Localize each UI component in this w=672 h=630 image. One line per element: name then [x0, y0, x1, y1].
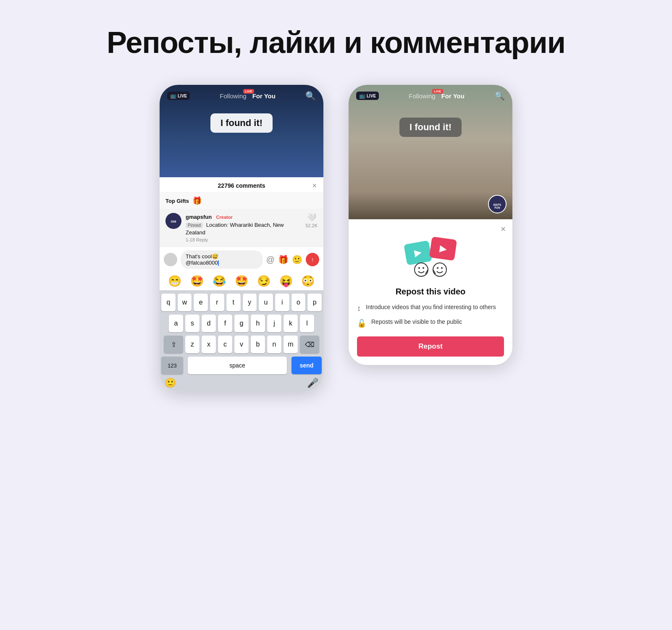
- key-i[interactable]: i: [275, 294, 289, 311]
- key-send[interactable]: send: [291, 357, 322, 374]
- comments-count: 22796 comments: [218, 182, 265, 189]
- repost-panel: × ▶ ▶: [349, 219, 512, 365]
- key-j[interactable]: j: [267, 315, 281, 332]
- comment-meta: 1-18 Reply: [186, 237, 301, 242]
- key-g[interactable]: g: [234, 315, 249, 332]
- phone-2: 📺 LIVE Following LIVE For You 🔍 I found …: [349, 85, 512, 365]
- key-q[interactable]: q: [161, 294, 176, 311]
- comments-header: 22796 comments ×: [160, 177, 323, 193]
- repost-play-right: ▶: [429, 236, 457, 261]
- key-x[interactable]: x: [202, 336, 216, 353]
- phone2-nav-center: Following LIVE For You: [409, 92, 465, 100]
- phone1-topbar: 📺 LIVE Following LIVE For You 🔍: [160, 85, 323, 101]
- phone1-following[interactable]: Following LIVE: [220, 92, 246, 100]
- key-a[interactable]: a: [169, 315, 183, 332]
- key-n[interactable]: n: [267, 336, 281, 353]
- kb-row-2: a s d f g h j k l: [161, 315, 322, 332]
- emoji-3[interactable]: 😂: [213, 275, 226, 288]
- key-r[interactable]: r: [210, 294, 224, 311]
- key-m[interactable]: m: [284, 336, 298, 353]
- phone1-found-bubble: I found it!: [210, 113, 273, 133]
- send-button[interactable]: ↑: [306, 253, 319, 266]
- emoji-1[interactable]: 😁: [168, 275, 181, 288]
- mic-icon[interactable]: 🎤: [307, 378, 318, 388]
- like-count: 52.2K: [305, 223, 318, 228]
- close-repost-button[interactable]: ×: [501, 224, 506, 234]
- key-h[interactable]: h: [251, 315, 265, 332]
- kb-row-1: q w e r t y u i o p: [161, 294, 322, 311]
- key-o[interactable]: o: [291, 294, 306, 311]
- key-backspace[interactable]: ⌫: [300, 336, 319, 353]
- key-s[interactable]: s: [185, 315, 200, 332]
- pinned-tag: Pinned: [186, 223, 203, 228]
- repost-button[interactable]: Repost: [357, 336, 504, 357]
- svg-text:FUN: FUN: [494, 206, 500, 209]
- svg-point-9: [437, 267, 438, 269]
- svg-point-10: [441, 267, 443, 269]
- phone2-following[interactable]: Following LIVE: [409, 92, 435, 100]
- phone2-search-icon[interactable]: 🔍: [494, 91, 505, 101]
- key-w[interactable]: w: [178, 294, 192, 311]
- phone-1: 📺 LIVE Following LIVE For You 🔍 I found …: [160, 85, 323, 392]
- mention-icon[interactable]: @: [266, 255, 275, 265]
- phone2-foryou[interactable]: For You: [441, 92, 465, 100]
- comment-avatar: GM: [165, 213, 181, 229]
- key-d[interactable]: d: [202, 315, 216, 332]
- comment-input-box[interactable]: That's cool😅@falcao8000: [181, 250, 263, 269]
- repost-illustration: ▶ ▶: [349, 234, 512, 287]
- emoji-7[interactable]: 😳: [301, 275, 315, 288]
- creator-badge: Creator: [216, 215, 233, 220]
- key-space[interactable]: space: [188, 357, 287, 374]
- repost-info-list: ↕️ Introduce videos that you find intere…: [349, 303, 512, 328]
- emoji-2[interactable]: 🤩: [190, 275, 204, 288]
- search-icon[interactable]: 🔍: [305, 91, 316, 101]
- key-c[interactable]: c: [218, 336, 232, 353]
- emoji-4[interactable]: 🤩: [235, 275, 248, 288]
- key-123[interactable]: 123: [161, 357, 183, 374]
- page-title: Репосты, лайки и комментарии: [107, 25, 565, 60]
- phone1-foryou[interactable]: For You: [252, 92, 276, 100]
- key-z[interactable]: z: [185, 336, 200, 353]
- top-gifts-label: Top Gifts: [165, 198, 189, 204]
- input-avatar: [164, 253, 177, 266]
- key-e[interactable]: e: [194, 294, 208, 311]
- phone2-live-icon-box: 📺 LIVE: [356, 92, 379, 100]
- key-l[interactable]: l: [300, 315, 314, 332]
- key-t[interactable]: t: [226, 294, 241, 311]
- comment-body: gmapsfun Creator Pinned Location: Wharar…: [186, 213, 301, 242]
- emoji-5[interactable]: 😏: [257, 275, 270, 288]
- key-b[interactable]: b: [251, 336, 265, 353]
- repost-icons-group: ▶ ▶: [405, 238, 456, 280]
- top-gifts-row: Top Gifts 🎁: [160, 193, 323, 209]
- repost-info-item-2: 🔓 Reposts will be visible to the public: [357, 318, 504, 328]
- key-p[interactable]: p: [307, 294, 322, 311]
- emoji-toolbar-icon[interactable]: 🙂: [292, 255, 302, 265]
- kb-row-special: 🙂 🎤: [161, 378, 322, 392]
- live-icon-box: 📺 LIVE: [167, 92, 190, 100]
- repost-info-item-1: ↕️ Introduce videos that you find intere…: [357, 303, 504, 313]
- key-k[interactable]: k: [284, 315, 298, 332]
- svg-point-5: [415, 263, 428, 276]
- key-u[interactable]: u: [259, 294, 273, 311]
- repost-info-text-2: Reposts will be visible to the public: [371, 318, 462, 326]
- svg-point-8: [433, 263, 446, 276]
- repost-smiley: [414, 259, 447, 280]
- emoji-6[interactable]: 😝: [279, 275, 293, 288]
- key-v[interactable]: v: [234, 336, 249, 353]
- key-f[interactable]: f: [218, 315, 232, 332]
- phone2-video-bg: 📺 LIVE Following LIVE For You 🔍 I found …: [349, 85, 512, 219]
- phone2-live-pill: LIVE: [432, 89, 443, 94]
- gift-icon: 🎁: [192, 196, 202, 205]
- phone2-tv-icon: 📺: [359, 93, 365, 99]
- phone1-nav-center: Following LIVE For You: [220, 92, 276, 100]
- phone1-video-bg: 📺 LIVE Following LIVE For You 🔍 I found …: [160, 85, 323, 177]
- gift-toolbar-icon[interactable]: 🎁: [278, 255, 289, 265]
- key-shift[interactable]: ⇧: [164, 336, 183, 353]
- kb-row-3: ⇧ z x c v b n m ⌫: [161, 336, 322, 353]
- comment-like[interactable]: 🤍 52.2K: [305, 213, 318, 228]
- heart-icon: 🤍: [307, 213, 316, 222]
- emoji-keyboard-icon[interactable]: 🙂: [165, 378, 176, 388]
- close-comments-button[interactable]: ×: [312, 181, 317, 190]
- key-y[interactable]: y: [243, 294, 257, 311]
- repost-title: Repost this video: [349, 287, 512, 297]
